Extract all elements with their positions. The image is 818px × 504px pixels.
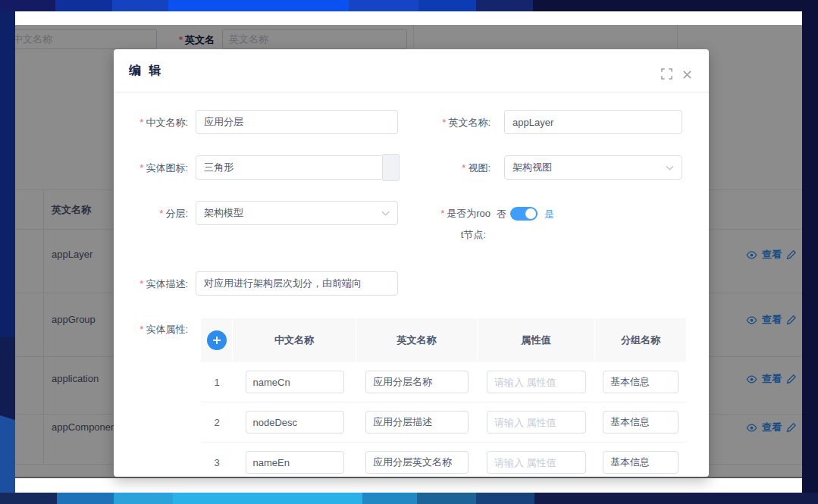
view-select-value: 架构视图 [512, 161, 666, 174]
required-asterisk: * [139, 278, 143, 290]
modal-header: 编 辑 [114, 49, 709, 92]
add-attr-cell [201, 318, 233, 362]
attr-group-input[interactable] [603, 411, 679, 434]
edit-modal: 编 辑 *中文名称: *英文名称: *实体图标: *视图: 架构视图 *分层: … [114, 49, 709, 477]
attr-col-header: 分组名称 [595, 318, 686, 362]
required-asterisk: * [440, 208, 444, 219]
attr-row: 1 [201, 362, 686, 402]
layer-label: *分层: [114, 208, 188, 220]
toggle-knob [525, 208, 536, 219]
chevron-down-icon [666, 165, 674, 171]
frame-circle-decoration [0, 409, 15, 493]
view-label: *视图: [409, 162, 490, 174]
attr-col-header: 英文名称 [356, 318, 478, 362]
attr-group-input[interactable] [603, 451, 679, 474]
icon-picker-addon[interactable] [383, 154, 400, 181]
name-cn-label: *中文名称: [114, 117, 188, 129]
attr-col-header: 中文名称 [233, 318, 356, 362]
name-en-input[interactable] [504, 110, 682, 134]
toggle-off-text: 否 [497, 208, 506, 221]
frame-right-band [802, 11, 818, 493]
required-asterisk: * [139, 117, 143, 128]
fullscreen-button[interactable] [661, 68, 672, 83]
required-asterisk: * [442, 117, 446, 128]
required-asterisk: * [139, 324, 143, 335]
attr-value-input[interactable] [487, 411, 586, 434]
name-cn-input[interactable] [196, 110, 398, 134]
attr-cn-input[interactable] [365, 371, 469, 393]
required-asterisk: * [462, 162, 465, 174]
attr-group-input[interactable] [603, 371, 679, 393]
toggle-on-text: 是 [544, 208, 554, 221]
attr-key-input[interactable] [246, 371, 344, 393]
attr-col-header: 属性值 [478, 318, 595, 362]
attr-table-header: 中文名称 英文名称 属性值 分组名称 [201, 318, 686, 362]
attr-row-index: 3 [214, 457, 219, 468]
attr-row-index: 2 [214, 417, 219, 428]
attr-row: 3 [201, 443, 686, 477]
screen: *英文名 英文名称 appLayer appGroup application … [0, 0, 818, 504]
page-footer-divider [15, 477, 802, 478]
view-select[interactable]: 架构视图 [504, 155, 682, 180]
close-button[interactable] [682, 69, 692, 83]
chevron-down-icon [381, 211, 390, 216]
fullscreen-icon [661, 68, 672, 80]
attr-key-input[interactable] [246, 451, 344, 474]
is-root-toggle[interactable] [510, 207, 537, 221]
attr-cn-input[interactable] [365, 411, 469, 434]
layer-select-value: 架构模型 [204, 206, 381, 220]
attr-table: 中文名称 英文名称 属性值 分组名称 1 2 3 [201, 318, 686, 477]
name-en-label: *英文名称: [409, 117, 490, 129]
is-root-label: *是否为root节点: [409, 208, 490, 241]
plus-icon [212, 336, 221, 345]
modal-title: 编 辑 [129, 63, 163, 79]
frame-left-band [0, 11, 15, 493]
attr-row: 2 [201, 402, 686, 443]
frame-top-band [0, 0, 818, 11]
add-attr-button[interactable] [207, 330, 227, 350]
attr-value-input[interactable] [487, 371, 586, 393]
entity-icon-input[interactable] [196, 155, 383, 180]
frame-bottom-band [0, 493, 818, 504]
layer-select[interactable]: 架构模型 [196, 201, 398, 225]
attr-value-input[interactable] [487, 451, 586, 474]
entity-desc-label: *实体描述: [114, 278, 188, 290]
required-asterisk: * [139, 162, 143, 174]
entity-icon-label: *实体图标: [114, 162, 188, 174]
entity-attrs-label: *实体属性: [114, 324, 188, 336]
attr-row-index: 1 [214, 377, 219, 388]
required-asterisk: * [159, 208, 163, 219]
attr-cn-input[interactable] [365, 451, 469, 474]
entity-desc-input[interactable] [196, 271, 398, 296]
close-icon [682, 70, 692, 80]
attr-key-input[interactable] [246, 411, 344, 434]
